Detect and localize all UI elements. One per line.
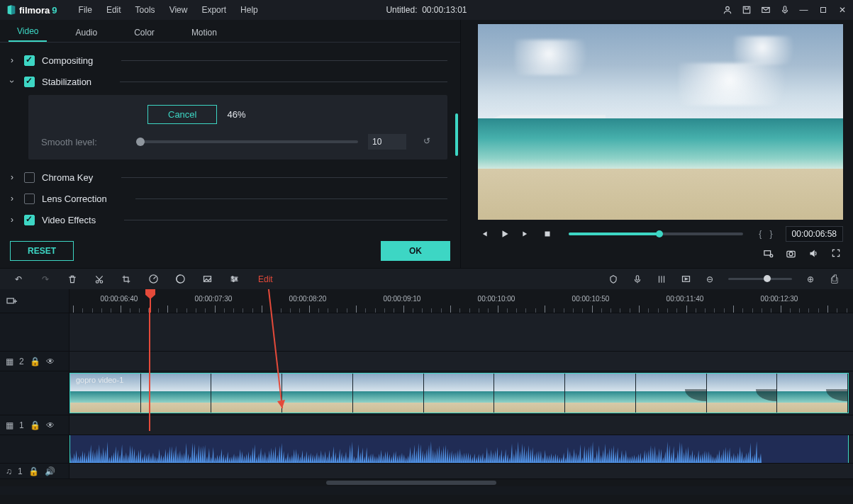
menu-file[interactable]: File	[73, 2, 98, 18]
crop-icon[interactable]	[121, 274, 132, 285]
film-icon: ▦	[6, 420, 13, 430]
quality-icon[interactable]	[762, 247, 774, 259]
fullscreen-icon[interactable]	[830, 247, 842, 259]
lock-icon[interactable]: 🔒	[28, 466, 39, 476]
track-1-head[interactable]: ▦1 🔒 👁	[0, 415, 69, 435]
app-logo: filmora9	[6, 4, 57, 16]
settings-panel: Video Audio Color Motion › Compositing ›…	[0, 20, 461, 268]
zoom-fit-icon[interactable]: ⎙	[829, 274, 840, 285]
tab-motion[interactable]: Motion	[183, 23, 225, 42]
track-1-label: 1	[19, 420, 24, 430]
tab-color[interactable]: Color	[126, 23, 163, 42]
svg-point-16	[235, 278, 237, 280]
maximize-icon[interactable]	[818, 5, 828, 16]
marker-icon[interactable]	[608, 274, 619, 285]
preview-progress[interactable]	[569, 233, 743, 235]
prev-frame-icon[interactable]	[478, 228, 489, 240]
scrollbar-horizontal[interactable]	[326, 481, 496, 485]
svg-point-17	[233, 280, 235, 282]
chevron-right-icon[interactable]: ›	[7, 55, 17, 65]
reset-button[interactable]: RESET	[10, 241, 74, 261]
zoom-in-icon[interactable]: ⊕	[805, 274, 816, 285]
menu-view[interactable]: View	[164, 2, 194, 18]
ruler-label: 00:00:08:20	[289, 295, 327, 303]
lock-icon[interactable]: 🔒	[30, 420, 40, 430]
lock-icon[interactable]: 🔒	[30, 357, 40, 366]
label-chroma: Chroma Key	[42, 172, 93, 183]
svg-point-9	[789, 252, 793, 255]
cancel-button[interactable]: Cancel	[147, 105, 217, 124]
stop-icon[interactable]	[542, 228, 553, 240]
delete-icon[interactable]	[67, 274, 78, 285]
playhead[interactable]	[150, 291, 151, 313]
chevron-right-icon[interactable]: ›	[7, 172, 17, 182]
add-track-icon[interactable]	[0, 289, 69, 313]
volume-icon[interactable]	[808, 247, 819, 259]
eye-icon[interactable]: 👁	[46, 420, 55, 430]
mic-icon[interactable]	[779, 5, 790, 16]
zoom-out-icon[interactable]: ⊖	[704, 274, 715, 285]
mail-icon[interactable]	[760, 5, 771, 16]
undo-icon[interactable]: ↶	[13, 274, 24, 285]
tab-video[interactable]: Video	[9, 22, 47, 42]
label-compositing: Compositing	[42, 55, 93, 66]
preview-viewport[interactable]	[478, 24, 843, 220]
svg-rect-5	[545, 232, 550, 237]
account-icon[interactable]	[722, 5, 732, 16]
mixer-icon[interactable]	[656, 274, 667, 285]
label-effects: Video Effects	[42, 215, 96, 225]
snapshot-icon[interactable]	[785, 247, 796, 259]
scrollbar-vertical[interactable]	[455, 113, 458, 156]
next-frame-icon[interactable]	[520, 228, 532, 240]
save-icon[interactable]	[741, 5, 752, 16]
svg-rect-6	[764, 250, 770, 254]
checkbox-effects[interactable]	[24, 215, 35, 225]
ok-button[interactable]: OK	[381, 241, 450, 261]
edit-icon[interactable]	[228, 274, 240, 285]
menu-tools[interactable]: Tools	[130, 2, 161, 18]
chevron-right-icon[interactable]: ›	[7, 194, 17, 203]
preview-timecode: 00:00:06:58	[786, 226, 843, 242]
smooth-value-input[interactable]	[368, 134, 406, 150]
eye-icon[interactable]: 👁	[46, 357, 55, 366]
zoom-slider[interactable]	[728, 278, 792, 280]
ruler-label: 00:00:07:30	[195, 295, 233, 303]
video-clip[interactable]: gopro video-1	[69, 373, 849, 413]
smooth-level-label: Smooth level:	[41, 137, 126, 147]
checkbox-compositing[interactable]	[24, 55, 35, 66]
color-icon[interactable]	[174, 274, 186, 285]
track-music-head[interactable]: ♫1🔒🔊	[0, 464, 69, 478]
green-screen-icon[interactable]	[201, 274, 213, 285]
ruler-label: 00:00:10:00	[478, 295, 515, 303]
checkbox-stabilization[interactable]	[24, 77, 35, 87]
tab-audio[interactable]: Audio	[67, 23, 106, 42]
minimize-icon[interactable]: —	[798, 5, 809, 16]
render-icon[interactable]	[680, 274, 691, 285]
redo-icon[interactable]: ↷	[40, 274, 51, 285]
record-vo-icon[interactable]	[632, 274, 643, 285]
menu-help[interactable]: Help	[235, 2, 264, 18]
menu-export[interactable]: Export	[196, 2, 232, 18]
menu-edit[interactable]: Edit	[101, 2, 127, 18]
cut-icon[interactable]	[94, 274, 105, 285]
svg-rect-3	[784, 6, 786, 11]
close-icon[interactable]: ✕	[837, 5, 847, 16]
timeline: 00:00:06:4000:00:07:3000:00:08:2000:00:0…	[0, 289, 853, 495]
speed-icon[interactable]	[147, 274, 159, 285]
marker-brackets[interactable]: { }	[759, 229, 775, 239]
smooth-slider[interactable]	[136, 140, 358, 143]
ruler-label: 00:00:12:30	[761, 295, 798, 303]
edit-annotation: Edit	[258, 274, 273, 284]
volume-icon[interactable]: 🔊	[45, 466, 55, 476]
checkbox-lens[interactable]	[24, 194, 35, 204]
chevron-right-icon[interactable]: ›	[7, 215, 17, 225]
play-icon[interactable]	[499, 228, 511, 240]
time-ruler[interactable]: 00:00:06:4000:00:07:3000:00:08:2000:00:0…	[69, 289, 853, 313]
chevron-down-icon[interactable]: ›	[7, 77, 17, 86]
reset-smooth-icon[interactable]: ↺	[423, 136, 435, 147]
track-2-head[interactable]: ▦2 🔒 👁	[0, 352, 69, 371]
svg-rect-4	[820, 8, 825, 13]
audio-clip[interactable]	[69, 435, 849, 463]
film-icon: ▦	[6, 357, 13, 366]
checkbox-chroma[interactable]	[24, 172, 35, 183]
